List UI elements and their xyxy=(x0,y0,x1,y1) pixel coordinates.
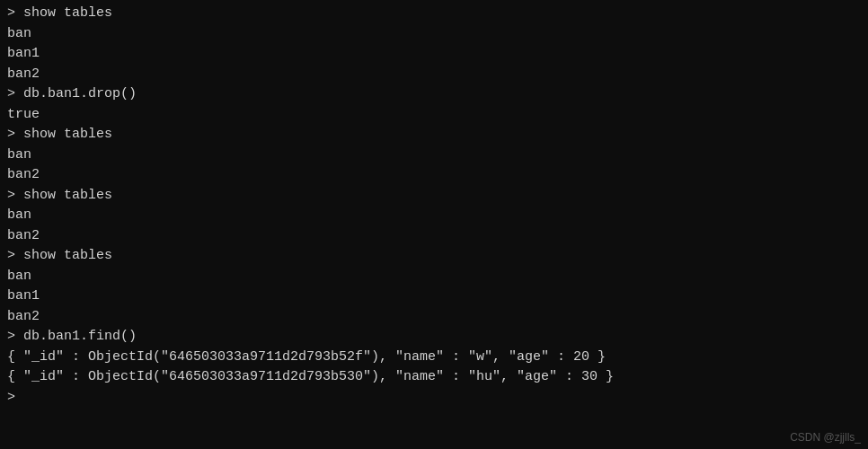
terminal-output-line: ban xyxy=(7,267,861,287)
terminal-output-line: ban xyxy=(7,206,861,226)
watermark: CSDN @zjjlls_ xyxy=(790,429,861,445)
terminal-prompt-line: > show tables xyxy=(7,125,861,145)
terminal-output-line: ban1 xyxy=(7,286,861,307)
terminal-output-line: ban xyxy=(7,145,861,166)
terminal-prompt-line: > show tables xyxy=(7,246,861,267)
terminal-output-line: { "_id" : ObjectId("646503033a9711d2d793… xyxy=(7,348,861,368)
terminal-prompt-line: > show tables xyxy=(7,4,861,24)
terminal-prompt-line: > show tables xyxy=(7,186,861,207)
terminal-prompt-line: > db.ban1.find() xyxy=(7,327,861,348)
terminal-output-line: ban2 xyxy=(7,307,861,328)
terminal-output-line: { "_id" : ObjectId("646503033a9711d2d793… xyxy=(7,367,861,388)
terminal-output-line: ban2 xyxy=(7,165,861,186)
terminal-prompt-line: > xyxy=(7,388,861,409)
terminal-output-line: true xyxy=(7,105,861,126)
terminal-output-line: ban2 xyxy=(7,65,861,85)
terminal-output-line: ban1 xyxy=(7,44,861,65)
terminal-output-line: ban xyxy=(7,24,861,45)
terminal: > show tablesbanban1ban2> db.ban1.drop()… xyxy=(0,0,868,449)
terminal-prompt-line: > db.ban1.drop() xyxy=(7,84,861,105)
terminal-output-line: ban2 xyxy=(7,226,861,247)
